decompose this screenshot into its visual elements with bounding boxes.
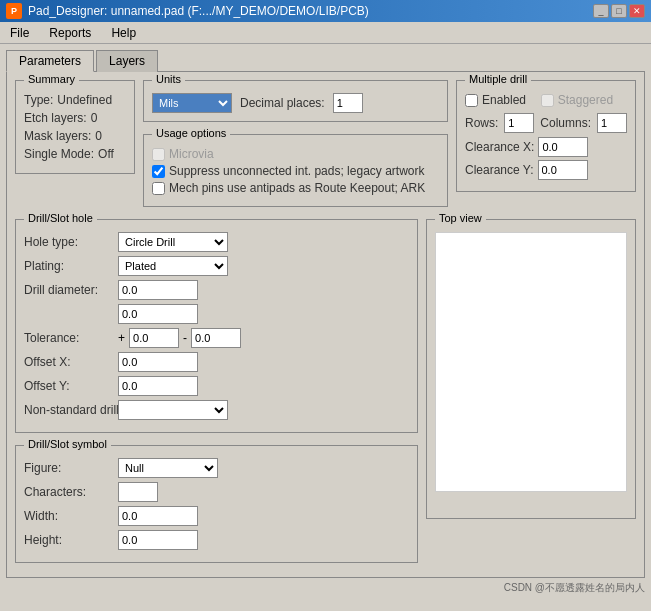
- suppress-checkbox[interactable]: [152, 165, 165, 178]
- tab-bar: Parameters Layers: [6, 50, 645, 72]
- usage-options-group: Usage options Microvia Suppress unconnec…: [143, 134, 448, 207]
- offset-y-row: Offset Y:: [24, 376, 409, 396]
- drill-diameter-input2[interactable]: [118, 304, 198, 324]
- multiple-drill-group: Multiple drill Enabled Staggered Rows: C…: [456, 80, 636, 192]
- type-label: Type:: [24, 93, 53, 107]
- menu-file[interactable]: File: [4, 24, 35, 42]
- plating-row: Plating: Plated Non-Plated: [24, 256, 409, 276]
- app-icon: P: [6, 3, 22, 19]
- close-button[interactable]: ✕: [629, 4, 645, 18]
- hole-type-row: Hole type: Circle Drill Square Drill Slo…: [24, 232, 409, 252]
- height-row: Height:: [24, 530, 409, 550]
- drill-slot-hole-group: Drill/Slot hole Hole type: Circle Drill …: [15, 219, 418, 433]
- rows-label: Rows:: [465, 116, 498, 130]
- single-label: Single Mode:: [24, 147, 94, 161]
- units-select[interactable]: Mils mm Inches: [152, 93, 232, 113]
- drill-diameter-row2: [24, 304, 409, 324]
- summary-group: Summary Type: Undefined Etch layers: 0 M…: [15, 80, 135, 174]
- clearance-y-row: Clearance Y:: [465, 160, 627, 180]
- watermark: CSDN @不愿透露姓名的局内人: [504, 582, 645, 593]
- hole-type-label: Hole type:: [24, 235, 114, 249]
- units-group: Units Mils mm Inches Decimal places:: [143, 80, 448, 122]
- figure-label: Figure:: [24, 461, 114, 475]
- non-standard-label: Non-standard drill:: [24, 403, 114, 417]
- main-content: Parameters Layers Summary Type: Undefine…: [0, 44, 651, 611]
- type-row: Type: Undefined: [24, 93, 126, 107]
- clearance-y-input[interactable]: [538, 160, 588, 180]
- top-view-title: Top view: [435, 212, 486, 224]
- top-view-canvas: [435, 232, 627, 492]
- drill-diameter-label: Drill diameter:: [24, 283, 114, 297]
- suppress-label: Suppress unconnected int. pads; legacy a…: [169, 164, 424, 178]
- height-input[interactable]: [118, 530, 198, 550]
- clearance-y-label: Clearance Y:: [465, 163, 534, 177]
- non-standard-row: Non-standard drill:: [24, 400, 409, 420]
- usage-options-title: Usage options: [152, 127, 230, 139]
- width-label: Width:: [24, 509, 114, 523]
- offset-y-input[interactable]: [118, 376, 198, 396]
- tabs-container: Parameters Layers Summary Type: Undefine…: [6, 50, 645, 578]
- figure-select[interactable]: Null: [118, 458, 218, 478]
- width-input[interactable]: [118, 506, 198, 526]
- enabled-checkbox[interactable]: [465, 94, 478, 107]
- characters-label: Characters:: [24, 485, 114, 499]
- mask-value: 0: [95, 129, 102, 143]
- characters-row: Characters:: [24, 482, 409, 502]
- plating-label: Plating:: [24, 259, 114, 273]
- menu-bar: File Reports Help: [0, 22, 651, 44]
- tolerance-plus-sign: +: [118, 331, 125, 345]
- drill-slot-hole-title: Drill/Slot hole: [24, 212, 97, 224]
- drill-slot-symbol-title: Drill/Slot symbol: [24, 438, 111, 450]
- tolerance-minus-input[interactable]: [191, 328, 241, 348]
- offset-x-label: Offset X:: [24, 355, 114, 369]
- tab-content-parameters: Summary Type: Undefined Etch layers: 0 M…: [6, 71, 645, 578]
- minimize-button[interactable]: _: [593, 4, 609, 18]
- clearance-x-row: Clearance X:: [465, 137, 627, 157]
- rows-input[interactable]: [504, 113, 534, 133]
- decimal-label: Decimal places:: [240, 96, 325, 110]
- staggered-checkbox[interactable]: [541, 94, 554, 107]
- clearance-x-input[interactable]: [538, 137, 588, 157]
- etch-row: Etch layers: 0: [24, 111, 126, 125]
- offset-x-input[interactable]: [118, 352, 198, 372]
- microvia-row: Microvia: [152, 147, 439, 161]
- decimal-input[interactable]: [333, 93, 363, 113]
- maximize-button[interactable]: □: [611, 4, 627, 18]
- single-value: Off: [98, 147, 114, 161]
- drill-diameter-input[interactable]: [118, 280, 198, 300]
- figure-row: Figure: Null: [24, 458, 409, 478]
- tab-layers[interactable]: Layers: [96, 50, 158, 72]
- drill-diameter-row: Drill diameter:: [24, 280, 409, 300]
- menu-reports[interactable]: Reports: [43, 24, 97, 42]
- summary-title: Summary: [24, 73, 79, 85]
- hole-type-select[interactable]: Circle Drill Square Drill Slot: [118, 232, 228, 252]
- characters-input[interactable]: [118, 482, 158, 502]
- mech-label: Mech pins use antipads as Route Keepout;…: [169, 181, 425, 195]
- etch-label: Etch layers:: [24, 111, 87, 125]
- microvia-checkbox[interactable]: [152, 148, 165, 161]
- mech-row: Mech pins use antipads as Route Keepout;…: [152, 181, 439, 195]
- drill-slot-symbol-group: Drill/Slot symbol Figure: Null Character…: [15, 445, 418, 563]
- multiple-drill-title: Multiple drill: [465, 73, 531, 85]
- top-view-group: Top view: [426, 219, 636, 519]
- columns-label: Columns:: [540, 116, 591, 130]
- etch-value: 0: [91, 111, 98, 125]
- microvia-label: Microvia: [169, 147, 214, 161]
- window-title: Pad_Designer: unnamed.pad (F:.../MY_DEMO…: [28, 4, 369, 18]
- menu-help[interactable]: Help: [105, 24, 142, 42]
- plating-select[interactable]: Plated Non-Plated: [118, 256, 228, 276]
- non-standard-select[interactable]: [118, 400, 228, 420]
- tab-parameters[interactable]: Parameters: [6, 50, 94, 72]
- columns-input[interactable]: [597, 113, 627, 133]
- tolerance-row: Tolerance: + -: [24, 328, 409, 348]
- mech-checkbox[interactable]: [152, 182, 165, 195]
- window-controls: _ □ ✕: [593, 4, 645, 18]
- offset-y-label: Offset Y:: [24, 379, 114, 393]
- mask-label: Mask layers:: [24, 129, 91, 143]
- tolerance-dash: -: [183, 331, 187, 345]
- type-value: Undefined: [57, 93, 112, 107]
- suppress-row: Suppress unconnected int. pads; legacy a…: [152, 164, 439, 178]
- single-row: Single Mode: Off: [24, 147, 126, 161]
- tolerance-plus-input[interactable]: [129, 328, 179, 348]
- staggered-label: Staggered: [558, 93, 613, 107]
